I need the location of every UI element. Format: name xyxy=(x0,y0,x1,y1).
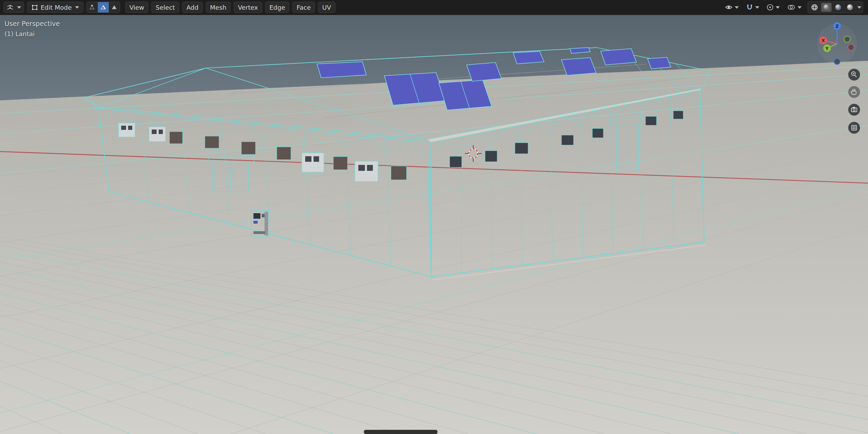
chevron-down-icon xyxy=(75,6,79,9)
magnet-icon xyxy=(746,3,753,11)
select-mode-group xyxy=(86,2,120,13)
header-menus: View Select Add Mesh Vertex Edge Face UV xyxy=(125,2,335,13)
menu-uv[interactable]: UV xyxy=(318,2,335,13)
edit-mode-icon xyxy=(31,4,38,11)
chevron-down-icon xyxy=(17,6,21,9)
edge-select-icon xyxy=(100,4,106,10)
gizmo-z-neg-axis[interactable] xyxy=(834,58,840,65)
menu-select[interactable]: Select xyxy=(151,2,179,13)
menu-view[interactable]: View xyxy=(125,2,149,13)
gizmo-y-label: Y xyxy=(825,46,829,51)
header-bar: Edit Mode View xyxy=(0,0,868,15)
proportional-editing-toggle[interactable] xyxy=(765,2,781,12)
gizmo-y-neg-axis[interactable] xyxy=(844,36,850,42)
visibility-dropdown[interactable] xyxy=(724,2,740,12)
move-view-button[interactable] xyxy=(848,86,860,98)
proportional-circle-icon xyxy=(766,3,774,11)
vertex-select-button[interactable] xyxy=(87,2,98,12)
rendered-sphere-icon xyxy=(846,3,854,11)
face-select-button[interactable] xyxy=(109,2,120,12)
edge-select-button[interactable] xyxy=(98,2,109,12)
wireframe-shading-button[interactable] xyxy=(809,3,820,12)
material-sphere-icon xyxy=(834,3,842,11)
zoom-button[interactable] xyxy=(848,69,860,81)
viewport-editor-icon xyxy=(6,3,14,11)
shading-dropdown[interactable] xyxy=(857,6,861,9)
viewport-shading-group xyxy=(808,1,863,13)
vertex-select-icon xyxy=(89,4,95,10)
solid-sphere-icon xyxy=(823,3,830,11)
viewport-3d[interactable]: X Y Z xyxy=(0,0,868,434)
gizmo-z-label: Z xyxy=(835,24,838,29)
solid-shading-button[interactable] xyxy=(821,3,832,12)
header-right-controls xyxy=(724,1,863,13)
overlays-toggle[interactable] xyxy=(786,2,803,12)
menu-face[interactable]: Face xyxy=(292,2,315,13)
gizmo-x-label: X xyxy=(821,38,825,43)
snapping-toggle[interactable] xyxy=(745,2,760,12)
mode-dropdown[interactable]: Edit Mode xyxy=(27,2,83,13)
chevron-down-icon xyxy=(776,6,780,9)
menu-vertex[interactable]: Vertex xyxy=(234,2,262,13)
timeline-divider-handle[interactable] xyxy=(364,430,437,434)
rendered-shading-button[interactable] xyxy=(845,3,855,12)
eye-icon xyxy=(725,3,733,11)
overlays-icon xyxy=(787,3,796,11)
view-perspective-label: User Perspective xyxy=(5,20,60,27)
gizmo-x-neg-axis[interactable] xyxy=(848,44,854,50)
mode-dropdown-label: Edit Mode xyxy=(41,4,72,11)
chevron-down-icon xyxy=(798,6,802,9)
toggle-perspective-button[interactable] xyxy=(848,122,860,134)
menu-add[interactable]: Add xyxy=(182,2,203,13)
active-collection-label: (1) Lantai xyxy=(5,30,35,37)
blender-window: Edit Mode View xyxy=(0,0,868,434)
editor-type-button[interactable] xyxy=(3,2,24,13)
material-preview-shading-button[interactable] xyxy=(833,3,843,12)
chevron-down-icon xyxy=(755,6,759,9)
face-select-icon xyxy=(111,4,117,10)
chevron-down-icon xyxy=(735,6,739,9)
menu-mesh[interactable]: Mesh xyxy=(206,2,231,13)
menu-edge[interactable]: Edge xyxy=(265,2,289,13)
wireframe-sphere-icon xyxy=(811,3,818,11)
camera-view-button[interactable] xyxy=(848,104,860,116)
